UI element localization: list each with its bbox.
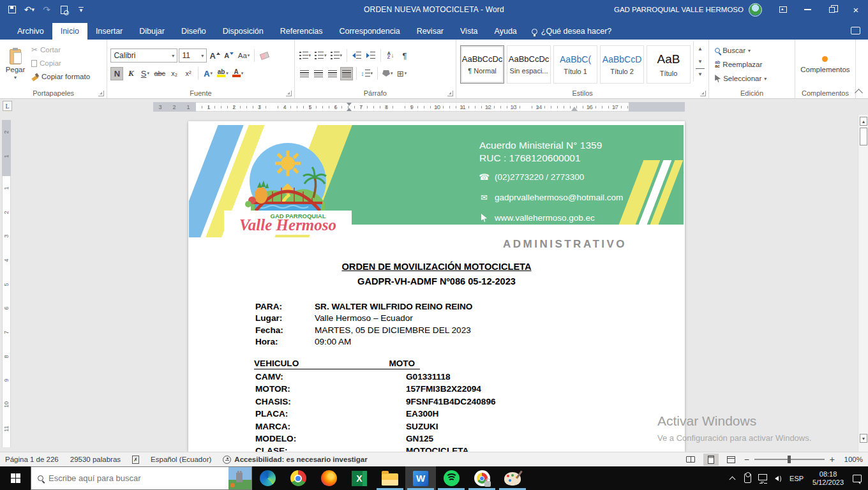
zoom-slider-thumb[interactable]: [788, 456, 791, 463]
styles-gallery-expand[interactable]: ▼: [696, 68, 705, 80]
font-color-button[interactable]: A▾: [231, 67, 245, 80]
scroll-down-button[interactable]: ▼: [860, 434, 867, 443]
save-button[interactable]: [4, 2, 20, 17]
proofing-status[interactable]: ✗: [132, 456, 139, 464]
tray-language[interactable]: ESP: [786, 475, 807, 482]
taskbar-item-paint[interactable]: [497, 466, 528, 490]
account-avatar[interactable]: [749, 3, 762, 17]
ribbon-display-options-button[interactable]: [771, 0, 795, 19]
paragraph-dialog-launcher[interactable]: [447, 91, 453, 96]
zoom-out-button[interactable]: −: [744, 454, 749, 464]
show-marks-button[interactable]: ¶: [398, 49, 411, 63]
paste-dropdown-icon[interactable]: ▾: [14, 75, 17, 80]
zoom-slider[interactable]: [754, 459, 825, 460]
ribbon-tab[interactable]: Dibujar: [131, 23, 173, 40]
styles-dialog-launcher[interactable]: [700, 91, 706, 96]
ribbon-tab[interactable]: Archivo: [9, 23, 52, 40]
highlight-color-button[interactable]: ab▾: [216, 67, 230, 80]
ribbon-tab[interactable]: Ayuda: [486, 23, 525, 40]
tray-network[interactable]: [755, 466, 770, 490]
taskbar-item-file-explorer[interactable]: [375, 466, 405, 490]
scrollbar-thumb[interactable]: [860, 128, 867, 145]
cut-button[interactable]: ✂Cortar: [29, 44, 92, 56]
ribbon-tab[interactable]: Correspondencia: [331, 23, 408, 40]
taskbar-item-word[interactable]: W: [405, 466, 436, 490]
font-size-select[interactable]: 11▾: [179, 48, 207, 63]
style-card[interactable]: AaBbCcDc Sin espaci...: [507, 45, 551, 84]
line-spacing-button[interactable]: ↕▾: [360, 67, 375, 80]
multilevel-list-button[interactable]: ▾: [329, 49, 344, 63]
taskbar-item-firefox[interactable]: [313, 466, 344, 490]
subscript-button[interactable]: x₂: [168, 67, 181, 80]
style-card[interactable]: AaB Título: [647, 45, 691, 84]
align-center-button[interactable]: [312, 67, 325, 80]
styles-scroll-up[interactable]: ▲: [696, 43, 705, 54]
tray-show-hidden-icons[interactable]: [724, 466, 740, 490]
read-mode-button[interactable]: [683, 454, 698, 466]
web-layout-button[interactable]: [724, 454, 739, 466]
tab-selector[interactable]: L: [3, 101, 12, 111]
action-center-icon[interactable]: [853, 475, 862, 482]
account-name[interactable]: GAD PARROQUIAL VALLE HERMOSO: [614, 6, 744, 13]
change-case-button[interactable]: Aa▾: [237, 49, 251, 63]
style-card[interactable]: AaBbCcDc ¶ Normal: [460, 45, 504, 84]
addins-button[interactable]: Complementos: [797, 41, 854, 87]
numbering-button[interactable]: ▾: [313, 49, 328, 63]
select-button[interactable]: Seleccionar▾: [712, 72, 769, 85]
taskbar-item-excel[interactable]: X: [344, 466, 375, 490]
styles-scroll-down[interactable]: ▼: [696, 56, 705, 67]
align-right-button[interactable]: [326, 67, 339, 80]
tray-clock[interactable]: 08:18 5/12/2023: [807, 470, 849, 487]
ribbon-tab[interactable]: Diseño: [173, 23, 214, 40]
bold-button[interactable]: N: [110, 67, 123, 80]
ribbon-tab[interactable]: Insertar: [87, 23, 131, 40]
search-highlight-image[interactable]: [228, 467, 251, 489]
redo-button[interactable]: ↷: [38, 2, 55, 17]
shading-button[interactable]: ▾: [381, 67, 394, 80]
taskbar-item-chrome[interactable]: [283, 466, 313, 490]
document-page[interactable]: Acuerdo Ministerial N° 1359 RUC : 176812…: [188, 121, 685, 452]
grow-font-button[interactable]: A: [208, 49, 221, 63]
restore-button[interactable]: [819, 0, 844, 19]
customize-qat-button[interactable]: ▾: [73, 2, 89, 17]
underline-button[interactable]: S▾: [138, 67, 151, 80]
italic-button[interactable]: K: [124, 67, 137, 80]
collapse-ribbon-icon[interactable]: [855, 89, 863, 97]
accessibility-status[interactable]: Accesibilidad: es necesario investigar: [223, 456, 367, 464]
ribbon-tab[interactable]: Vista: [452, 23, 486, 40]
ribbon-tab[interactable]: Inicio: [52, 23, 87, 40]
ribbon-tab[interactable]: Referencias: [272, 23, 331, 40]
bullets-button[interactable]: ▾: [298, 49, 313, 63]
borders-button[interactable]: ⊞▾: [396, 67, 408, 80]
increase-indent-button[interactable]: [364, 49, 377, 63]
sort-button[interactable]: AZ↓: [384, 49, 397, 63]
indent-markers[interactable]: [347, 103, 352, 111]
tray-your-phone[interactable]: [740, 466, 755, 490]
style-card[interactable]: AaBbCcD Título 2: [600, 45, 644, 84]
scroll-up-button[interactable]: ▲: [860, 117, 867, 126]
word-count[interactable]: 29530 palabras: [70, 456, 121, 463]
clipboard-dialog-launcher[interactable]: [98, 91, 104, 96]
format-painter-button[interactable]: Copiar formato: [29, 71, 92, 82]
right-indent-marker[interactable]: [571, 107, 578, 111]
font-dialog-launcher[interactable]: [286, 91, 292, 96]
shrink-font-button[interactable]: A: [223, 49, 236, 63]
taskbar-item-edge[interactable]: [252, 466, 283, 490]
taskbar-search-box[interactable]: [31, 466, 252, 490]
ribbon-tab[interactable]: Revisar: [408, 23, 452, 40]
minimize-button[interactable]: [795, 0, 819, 19]
justify-button[interactable]: [340, 67, 353, 80]
start-button[interactable]: [0, 466, 31, 490]
paste-button[interactable]: Pegar ▾: [1, 41, 29, 87]
undo-dropdown-icon[interactable]: ▾: [32, 6, 35, 13]
tell-me-box[interactable]: ¿Qué desea hacer?: [532, 23, 612, 40]
clear-formatting-button[interactable]: [258, 49, 271, 63]
font-family-select[interactable]: Calibri▾: [110, 48, 177, 63]
taskbar-search-input[interactable]: [49, 473, 223, 483]
tray-volume[interactable]: [770, 466, 786, 490]
ribbon-tab[interactable]: Disposición: [214, 23, 272, 40]
print-layout-button[interactable]: [703, 454, 719, 466]
copy-button[interactable]: Copiar: [29, 57, 92, 69]
find-button[interactable]: Buscar▾: [712, 44, 769, 57]
strikethrough-button[interactable]: abc: [153, 67, 167, 80]
